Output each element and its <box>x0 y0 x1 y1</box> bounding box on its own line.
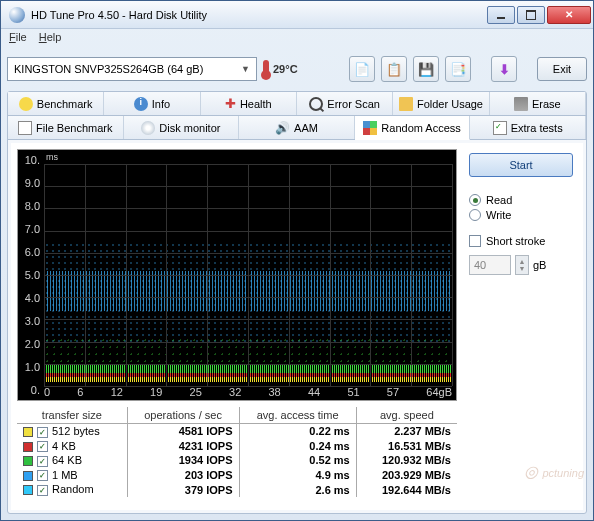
tab-aam[interactable]: 🔊AAM <box>239 116 355 139</box>
radio-read[interactable]: Read <box>469 194 573 206</box>
transfer-size-cell[interactable]: ✓512 bytes <box>17 424 127 439</box>
online-button[interactable]: ⬇ <box>491 56 517 82</box>
table-row: ✓4 KB4231 IOPS0.24 ms16.531 MB/s <box>17 439 457 454</box>
column-header: operations / sec <box>127 407 239 424</box>
minimize-button[interactable] <box>487 6 515 24</box>
titlebar[interactable]: HD Tune Pro 4.50 - Hard Disk Utility <box>1 1 593 29</box>
file-benchmark-icon <box>18 121 32 135</box>
exit-button[interactable]: Exit <box>537 57 587 81</box>
x-axis-labels: 06121925323844515764gB <box>44 386 452 398</box>
transfer-size-cell[interactable]: ✓64 KB <box>17 453 127 468</box>
tab-erase[interactable]: Erase <box>490 92 586 115</box>
tab-row-1: Benchmark iInfo ✚Health Error Scan Folde… <box>8 92 586 116</box>
tab-folder-usage[interactable]: Folder Usage <box>393 92 489 115</box>
y-axis-labels: 10.9.08.07.06.05.04.03.02.01.00. <box>20 154 42 396</box>
controls-panel: Start Read Write Short stroke ▲▼ gB <box>465 149 577 504</box>
tab-disk-monitor[interactable]: Disk monitor <box>124 116 240 139</box>
drive-select[interactable]: KINGSTON SNVP325S264GB (64 gB)▼ <box>7 57 257 81</box>
window-title: HD Tune Pro 4.50 - Hard Disk Utility <box>9 7 485 23</box>
save-button[interactable]: 💾 <box>413 56 439 82</box>
speed-cell: 203.929 MB/s <box>356 468 457 483</box>
tab-health[interactable]: ✚Health <box>201 92 297 115</box>
tab-random-access[interactable]: Random Access <box>355 116 471 140</box>
extra-icon <box>493 121 507 135</box>
toolbar: KINGSTON SNVP325S264GB (64 gB)▼ 29°C 📄 📋… <box>7 51 587 87</box>
folder-icon <box>399 97 413 111</box>
tab-row-2: File Benchmark Disk monitor 🔊AAM Random … <box>8 116 586 140</box>
table-row: ✓Random379 IOPS2.6 ms192.644 MB/s <box>17 482 457 497</box>
check-short-stroke[interactable]: Short stroke <box>469 235 573 247</box>
results-table: transfer sizeoperations / secavg. access… <box>17 407 457 497</box>
menu-help[interactable]: Help <box>39 31 62 47</box>
benchmark-icon <box>19 97 33 111</box>
table-row: ✓512 bytes4581 IOPS0.22 ms2.237 MB/s <box>17 424 457 439</box>
tab-content: ms 10.9.08.07.06.05.04.03.02.01.00. 0612… <box>11 143 583 510</box>
transfer-size-cell[interactable]: ✓1 MB <box>17 468 127 483</box>
thermometer-icon <box>263 60 269 78</box>
menu-file[interactable]: File <box>9 31 27 47</box>
checkbox-icon <box>469 235 481 247</box>
tab-container: Benchmark iInfo ✚Health Error Scan Folde… <box>7 91 587 514</box>
access-time-cell: 0.22 ms <box>239 424 356 439</box>
tab-info[interactable]: iInfo <box>104 92 200 115</box>
scan-icon <box>309 97 323 111</box>
options-button[interactable]: 📑 <box>445 56 471 82</box>
speed-cell: 16.531 MB/s <box>356 439 457 454</box>
menubar: File Help <box>1 29 593 49</box>
scatter-chart: ms 10.9.08.07.06.05.04.03.02.01.00. 0612… <box>17 149 457 401</box>
radio-icon <box>469 209 481 221</box>
column-header: avg. access time <box>239 407 356 424</box>
iops-cell: 4581 IOPS <box>127 424 239 439</box>
health-icon: ✚ <box>225 96 236 111</box>
column-header: avg. speed <box>356 407 457 424</box>
short-stroke-input[interactable] <box>469 255 511 275</box>
iops-cell: 4231 IOPS <box>127 439 239 454</box>
table-row: ✓64 KB1934 IOPS0.52 ms120.932 MB/s <box>17 453 457 468</box>
y-unit-label: ms <box>46 152 58 162</box>
main-window: HD Tune Pro 4.50 - Hard Disk Utility Fil… <box>0 0 594 521</box>
access-time-cell: 0.52 ms <box>239 453 356 468</box>
radio-write[interactable]: Write <box>469 209 573 221</box>
tab-extra-tests[interactable]: Extra tests <box>470 116 586 139</box>
random-icon <box>363 121 377 135</box>
stroke-unit-label: gB <box>533 259 546 271</box>
tab-error-scan[interactable]: Error Scan <box>297 92 393 115</box>
temperature-display: 29°C <box>263 60 298 78</box>
close-button[interactable] <box>547 6 591 24</box>
disk-icon <box>141 121 155 135</box>
tab-benchmark[interactable]: Benchmark <box>8 92 104 115</box>
iops-cell: 379 IOPS <box>127 482 239 497</box>
access-time-cell: 4.9 ms <box>239 468 356 483</box>
speed-cell: 192.644 MB/s <box>356 482 457 497</box>
start-button[interactable]: Start <box>469 153 573 177</box>
info-icon: i <box>134 97 148 111</box>
chevron-down-icon: ▼ <box>241 64 250 74</box>
column-header: transfer size <box>17 407 127 424</box>
tab-file-benchmark[interactable]: File Benchmark <box>8 116 124 139</box>
erase-icon <box>514 97 528 111</box>
iops-cell: 1934 IOPS <box>127 453 239 468</box>
speed-cell: 120.932 MB/s <box>356 453 457 468</box>
transfer-size-cell[interactable]: ✓Random <box>17 482 127 497</box>
spinner-arrows[interactable]: ▲▼ <box>515 255 529 275</box>
radio-icon <box>469 194 481 206</box>
access-time-cell: 2.6 ms <box>239 482 356 497</box>
access-time-cell: 0.24 ms <box>239 439 356 454</box>
aam-icon: 🔊 <box>275 121 290 135</box>
copy-text-button[interactable]: 📄 <box>349 56 375 82</box>
transfer-size-cell[interactable]: ✓4 KB <box>17 439 127 454</box>
maximize-button[interactable] <box>517 6 545 24</box>
app-icon <box>9 7 25 23</box>
iops-cell: 203 IOPS <box>127 468 239 483</box>
speed-cell: 2.237 MB/s <box>356 424 457 439</box>
copy-image-button[interactable]: 📋 <box>381 56 407 82</box>
table-row: ✓1 MB203 IOPS4.9 ms203.929 MB/s <box>17 468 457 483</box>
